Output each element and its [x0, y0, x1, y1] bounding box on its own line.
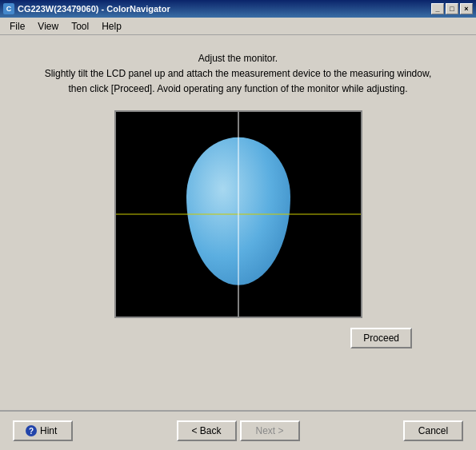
- titlebar-buttons[interactable]: _ □ ×: [431, 3, 473, 14]
- back-button[interactable]: < Back: [177, 420, 237, 441]
- nav-buttons: < Back Next >: [177, 420, 300, 441]
- minimize-button[interactable]: _: [431, 3, 444, 14]
- titlebar: C CG223W(23479060) - ColorNavigator _ □ …: [0, 0, 476, 18]
- hint-label: Hint: [40, 425, 57, 436]
- crosshair-vertical: [238, 112, 238, 317]
- proceed-area: Proceed: [24, 328, 452, 348]
- titlebar-title: CG223W(23479060) - ColorNavigator: [18, 4, 170, 14]
- proceed-button[interactable]: Proceed: [350, 328, 412, 348]
- cancel-button[interactable]: Cancel: [403, 420, 463, 441]
- instruction-line3: then click [Proceed]. Avoid operating an…: [45, 82, 432, 97]
- instruction-line1: Adjust the monitor.: [45, 51, 432, 66]
- next-button[interactable]: Next >: [240, 420, 300, 441]
- hint-icon: ?: [26, 425, 37, 436]
- bottom-bar: ? Hint < Back Next > Cancel: [0, 410, 476, 450]
- menu-file[interactable]: File: [3, 19, 31, 34]
- instruction-line2: Slightly tilt the LCD panel up and attac…: [45, 66, 432, 82]
- menu-view[interactable]: View: [31, 19, 65, 34]
- menu-help[interactable]: Help: [95, 19, 128, 34]
- app-icon: C: [3, 3, 14, 14]
- main-content: Adjust the monitor. Slightly tilt the LC…: [0, 35, 476, 410]
- titlebar-left: C CG223W(23479060) - ColorNavigator: [3, 3, 170, 14]
- menubar: File View Tool Help: [0, 18, 476, 35]
- maximize-button[interactable]: □: [446, 3, 458, 14]
- hint-button[interactable]: ? Hint: [13, 420, 73, 441]
- close-button[interactable]: ×: [460, 3, 473, 14]
- instructions: Adjust the monitor. Slightly tilt the LC…: [45, 51, 432, 98]
- monitor-display: [114, 110, 362, 318]
- menu-tool[interactable]: Tool: [65, 19, 95, 34]
